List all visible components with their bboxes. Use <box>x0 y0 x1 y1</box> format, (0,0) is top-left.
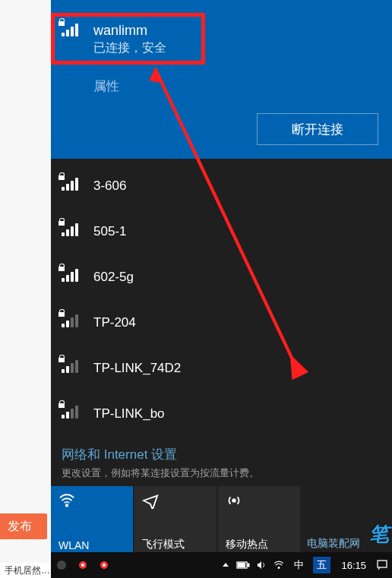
ime-mode-indicator[interactable]: 五 <box>308 552 335 578</box>
network-settings-link[interactable]: 网络和 Internet 设置 <box>62 446 381 463</box>
taskbar-app-icon[interactable] <box>93 552 115 578</box>
network-settings-section: 网络和 Internet 设置 更改设置，例如将某连接设置为按流量计费。 <box>51 441 392 486</box>
wifi-name: TP-LINK_bo <box>93 406 165 422</box>
speaker-icon[interactable] <box>256 560 267 570</box>
svg-point-1 <box>232 499 236 502</box>
wifi-name: TP-204 <box>93 315 136 330</box>
wifi-secured-icon <box>62 177 83 195</box>
quick-action-tiles: WLAN 飞行模式 移动热点 <box>51 486 392 557</box>
wifi-tray-icon[interactable] <box>273 560 285 570</box>
publish-button[interactable]: 发布 <box>0 513 47 539</box>
svg-rect-11 <box>378 561 387 567</box>
tile-wlan[interactable]: WLAN <box>51 486 133 557</box>
available-networks-list: 3-606 505-1 602-5g TP-204 TP-LINK_74D2 T… <box>51 159 392 441</box>
wifi-secured-icon <box>62 359 83 377</box>
wifi-icon <box>58 492 75 509</box>
taskbar-app-icon[interactable] <box>72 552 93 578</box>
wifi-name: 3-606 <box>93 178 126 194</box>
lock-icon <box>58 172 65 180</box>
airplane-icon <box>142 492 159 509</box>
wifi-secured-icon <box>62 268 83 286</box>
wifi-secured-icon <box>62 405 83 423</box>
battery-icon[interactable] <box>236 561 250 570</box>
page-background <box>0 0 51 578</box>
wifi-network-item[interactable]: 3-606 <box>51 163 392 209</box>
svg-point-6 <box>103 564 106 567</box>
wifi-name: 505-1 <box>93 224 126 239</box>
tray-icons <box>217 560 289 570</box>
tile-label: WLAN <box>58 539 125 551</box>
tile-airplane[interactable]: 飞行模式 <box>134 486 217 557</box>
svg-point-10 <box>279 567 280 569</box>
wifi-secured-icon <box>62 23 83 41</box>
wifi-network-item[interactable]: TP-LINK_74D2 <box>51 346 392 391</box>
network-flyout: wanlimm 已连接，安全 属性 断开连接 3-606 505-1 602-5… <box>51 0 392 552</box>
taskbar-app-icon[interactable] <box>51 552 72 578</box>
wifi-network-item[interactable]: TP-LINK_bo <box>51 391 392 437</box>
network-settings-desc: 更改设置，例如将某连接设置为按流量计费。 <box>62 466 381 480</box>
connected-network-name: wanlimm <box>93 23 166 39</box>
ime-lang-indicator[interactable]: 中 <box>289 552 308 578</box>
taskbar-clock[interactable]: 16:15 <box>335 552 372 578</box>
disconnect-button[interactable]: 断开连接 <box>257 113 378 145</box>
wifi-secured-icon <box>62 314 83 332</box>
lock-icon <box>58 355 65 362</box>
svg-point-2 <box>57 561 66 570</box>
lock-icon <box>58 264 65 271</box>
wifi-network-item[interactable]: 505-1 <box>51 209 392 254</box>
wifi-name: TP-LINK_74D2 <box>93 361 181 376</box>
browser-tab-hint: 手机居然… <box>0 563 55 578</box>
lock-icon <box>58 218 65 226</box>
svg-rect-8 <box>248 564 249 567</box>
svg-point-4 <box>81 564 84 567</box>
wifi-name: 602-5g <box>93 270 134 285</box>
lock-icon <box>58 18 65 26</box>
connected-network-panel[interactable]: wanlimm 已连接，安全 属性 断开连接 <box>51 0 392 159</box>
svg-rect-9 <box>239 564 245 567</box>
hotspot-icon <box>226 492 242 509</box>
tile-label: 移动热点 <box>226 538 292 551</box>
svg-point-0 <box>66 504 68 507</box>
wifi-secured-icon <box>62 223 83 241</box>
wifi-network-item[interactable]: TP-204 <box>51 300 392 346</box>
tile-label: 飞行模式 <box>142 538 209 551</box>
tile-hotspot[interactable]: 移动热点 <box>218 486 300 557</box>
action-center-icon[interactable] <box>372 552 392 578</box>
network-properties-link[interactable]: 属性 <box>93 77 381 95</box>
wifi-network-item[interactable]: 602-5g <box>51 254 392 300</box>
lock-icon <box>58 400 65 408</box>
lock-icon <box>58 309 65 317</box>
connected-network-status: 已连接，安全 <box>93 40 166 56</box>
taskbar: 中 五 16:15 <box>51 552 392 578</box>
tray-overflow-icon[interactable] <box>221 561 230 570</box>
connected-network-row: wanlimm 已连接，安全 <box>62 23 381 56</box>
